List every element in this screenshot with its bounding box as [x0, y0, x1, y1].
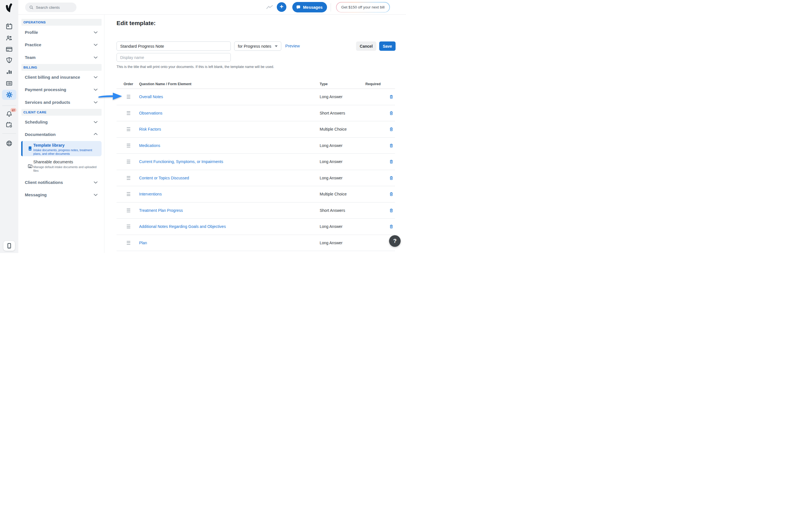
chat-bubble-icon — [296, 5, 301, 10]
search-clients-box[interactable] — [25, 3, 76, 12]
icon-rail: 27 — [0, 0, 18, 253]
trash-icon[interactable] — [389, 192, 394, 196]
template-type-select[interactable]: for Progress notes — [234, 41, 281, 51]
table-row: Treatment Plan Progress Short Answers — [116, 202, 395, 219]
question-type: Long Answer — [320, 241, 342, 245]
messages-button[interactable]: Messages — [292, 2, 327, 12]
page-title: Edit template: — [116, 20, 156, 26]
question-type: Short Answers — [320, 208, 345, 213]
question-type: Multiple Choice — [320, 127, 347, 132]
section-header-client-care: CLIENT CARE — [21, 109, 101, 116]
active-indicator-bar — [21, 141, 22, 156]
chevron-down-icon — [94, 55, 98, 60]
brand-logo-icon[interactable] — [4, 3, 13, 13]
preview-link[interactable]: Preview — [285, 44, 300, 48]
drag-handle-icon[interactable] — [126, 110, 131, 116]
sidebar-item-shareable-documents[interactable]: Shareable documents Manage default intak… — [21, 159, 101, 175]
analytics-bars-icon[interactable] — [0, 66, 18, 77]
sidebar-item-services-products[interactable]: Services and products — [21, 96, 101, 108]
drag-handle-icon[interactable] — [126, 94, 131, 100]
trash-icon[interactable] — [389, 208, 394, 213]
table-row: Observations Short Answers — [116, 105, 395, 121]
drag-handle-icon[interactable] — [126, 159, 131, 165]
question-type: Short Answers — [320, 111, 345, 115]
table-row: Content or Topics Discussed Long Answer — [116, 170, 395, 186]
save-button[interactable]: Save — [379, 41, 396, 51]
question-link[interactable]: Medications — [139, 143, 160, 148]
template-name-input[interactable] — [116, 41, 231, 51]
promo-button[interactable]: Get $150 off your next bill — [336, 2, 390, 12]
clients-icon[interactable] — [0, 32, 18, 43]
billing-card-icon[interactable] — [0, 44, 18, 55]
mobile-app-button[interactable] — [3, 241, 15, 251]
drag-handle-icon[interactable] — [126, 126, 131, 132]
drag-handle-icon[interactable] — [126, 191, 131, 197]
column-header-required: Required — [366, 82, 381, 86]
insurance-shield-icon[interactable] — [0, 55, 18, 66]
table-row: Medications Long Answer — [116, 138, 395, 154]
table-row: Current Functioning, Symptoms, or Impair… — [116, 154, 395, 170]
sidebar-item-messaging[interactable]: Messaging — [21, 189, 101, 200]
column-header-question: Question Name / Form Element — [139, 82, 191, 86]
trash-icon[interactable] — [389, 159, 394, 164]
search-input[interactable] — [36, 5, 73, 10]
folder-person-icon — [27, 163, 33, 170]
trash-icon[interactable] — [389, 224, 394, 229]
add-appointment-calendar-icon[interactable] — [0, 119, 18, 130]
settings-sidebar: OPERATIONS Profile Practice Team BILLING… — [18, 15, 104, 253]
sidebar-item-template-library[interactable]: Template library Intake documents, progr… — [21, 141, 101, 156]
sidebar-item-documentation[interactable]: Documentation — [21, 129, 101, 140]
sidebar-item-client-billing[interactable]: Client billing and insurance — [21, 71, 101, 83]
question-link[interactable]: Risk Factors — [139, 127, 161, 132]
sidebar-item-client-notifications[interactable]: Client notifications — [21, 177, 101, 188]
question-type: Multiple Choice — [320, 192, 347, 196]
trash-icon[interactable] — [389, 143, 394, 148]
sidebar-item-scheduling[interactable]: Scheduling — [21, 116, 101, 128]
notes-list-icon[interactable] — [0, 78, 18, 89]
question-link[interactable]: Current Functioning, Symptoms, or Impair… — [139, 159, 223, 164]
top-bar: + Messages Get $150 off your next bill J… — [18, 0, 406, 15]
annotation-arrow — [98, 91, 123, 101]
sidebar-item-team[interactable]: Team — [21, 52, 101, 63]
question-link[interactable]: Content or Topics Discussed — [139, 176, 189, 180]
chevron-up-icon — [94, 132, 98, 137]
drag-handle-icon[interactable] — [126, 143, 131, 148]
question-type: Long Answer — [320, 176, 342, 180]
display-name-input[interactable] — [116, 53, 231, 62]
calendar-icon[interactable] — [0, 21, 18, 31]
sidebar-item-practice[interactable]: Practice — [21, 39, 101, 50]
template-type-value: for Progress notes — [238, 44, 271, 49]
display-name-help-text: This is the title that will print onto y… — [116, 65, 274, 69]
question-link[interactable]: Treatment Plan Progress — [139, 208, 183, 213]
cancel-button[interactable]: Cancel — [356, 41, 376, 51]
drag-handle-icon[interactable] — [126, 175, 131, 181]
notification-badge[interactable]: 27 — [10, 108, 16, 112]
sidebar-item-profile[interactable]: Profile — [21, 26, 101, 38]
trash-icon[interactable] — [389, 127, 394, 132]
help-button[interactable]: ? — [389, 235, 401, 247]
section-header-billing: BILLING — [21, 64, 101, 71]
table-header-row: Order Question Name / Form Element Type … — [116, 80, 395, 89]
trash-icon[interactable] — [389, 111, 394, 115]
drag-handle-icon[interactable] — [126, 240, 131, 246]
question-link[interactable]: Plan — [139, 241, 147, 245]
question-link[interactable]: Interventions — [139, 192, 162, 196]
globe-icon[interactable] — [0, 138, 18, 149]
trash-icon[interactable] — [389, 176, 394, 180]
sidebar-item-payment-processing[interactable]: Payment processing — [21, 84, 101, 95]
trash-icon[interactable] — [389, 94, 394, 99]
drag-handle-icon[interactable] — [126, 207, 131, 213]
question-link[interactable]: Observations — [139, 111, 162, 115]
question-link[interactable]: Overall Notes — [139, 94, 163, 99]
chevron-down-icon — [94, 180, 98, 185]
chevron-down-icon — [94, 87, 98, 92]
table-row: Risk Factors Multiple Choice — [116, 121, 395, 138]
questions-table: Order Question Name / Form Element Type … — [116, 80, 395, 251]
caret-down-icon — [275, 46, 277, 47]
question-link[interactable]: Additional Notes Regarding Goals and Obj… — [139, 224, 226, 229]
question-type: Long Answer — [320, 159, 342, 164]
settings-gear-icon[interactable] — [2, 90, 16, 100]
drag-handle-icon[interactable] — [126, 224, 131, 230]
trend-sparkline-icon[interactable] — [266, 5, 273, 10]
create-new-button[interactable]: + — [277, 2, 287, 12]
